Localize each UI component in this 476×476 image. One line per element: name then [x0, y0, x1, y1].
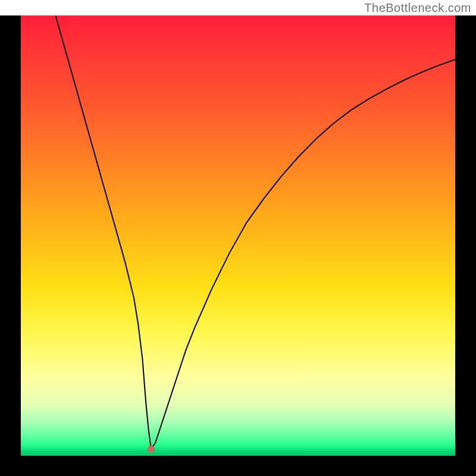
bottleneck-curve-path — [55, 15, 455, 449]
watermark-text: TheBottleneck.com — [364, 1, 471, 15]
curve-layer — [21, 15, 455, 456]
figure: TheBottleneck.com — [0, 0, 476, 476]
plot-area — [21, 15, 455, 456]
plot-frame — [0, 15, 476, 476]
min-point-marker — [148, 446, 155, 453]
